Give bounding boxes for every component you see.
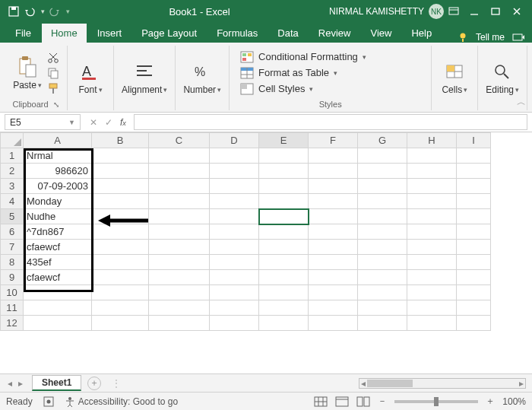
clipboard-launcher-icon[interactable]: ⤡ bbox=[53, 100, 59, 109]
cell[interactable] bbox=[210, 179, 259, 194]
column-header[interactable]: H bbox=[407, 133, 457, 148]
row-header[interactable]: 9 bbox=[1, 270, 24, 285]
cell[interactable] bbox=[92, 194, 149, 209]
row-header[interactable]: 4 bbox=[1, 194, 24, 209]
cell[interactable]: 435ef bbox=[24, 255, 92, 270]
cell[interactable] bbox=[149, 255, 210, 270]
cell[interactable] bbox=[309, 209, 358, 224]
cell[interactable] bbox=[358, 194, 407, 209]
cell[interactable] bbox=[407, 194, 457, 209]
save-icon[interactable] bbox=[8, 5, 20, 17]
cell[interactable] bbox=[407, 224, 457, 240]
cell[interactable] bbox=[259, 164, 309, 179]
copy-icon[interactable] bbox=[47, 67, 59, 79]
cell[interactable] bbox=[457, 270, 491, 285]
cell[interactable] bbox=[259, 255, 309, 270]
ribbon-display-icon[interactable] bbox=[448, 7, 459, 16]
cell[interactable] bbox=[259, 300, 309, 316]
tab-help[interactable]: Help bbox=[402, 24, 441, 43]
cut-icon[interactable] bbox=[47, 52, 59, 64]
cell[interactable] bbox=[92, 285, 149, 300]
tell-me-icon[interactable] bbox=[458, 32, 468, 43]
row-header[interactable]: 7 bbox=[1, 240, 24, 255]
column-header[interactable]: F bbox=[309, 133, 358, 148]
cell[interactable] bbox=[407, 270, 457, 285]
cell[interactable] bbox=[149, 148, 210, 164]
cell[interactable] bbox=[210, 194, 259, 209]
alignment-button[interactable]: Alignment▾ bbox=[122, 60, 167, 95]
cell[interactable] bbox=[457, 224, 491, 240]
cell[interactable] bbox=[210, 164, 259, 179]
cell[interactable] bbox=[92, 209, 149, 224]
cell[interactable] bbox=[92, 240, 149, 255]
new-sheet-button[interactable]: ＋ bbox=[87, 377, 101, 390]
row-header[interactable]: 2 bbox=[1, 164, 24, 179]
scrollbar-thumb[interactable] bbox=[367, 380, 413, 387]
tab-home[interactable]: Home bbox=[42, 24, 87, 43]
cell[interactable] bbox=[457, 255, 491, 270]
row-header[interactable]: 11 bbox=[1, 300, 24, 316]
cell[interactable] bbox=[210, 255, 259, 270]
collapse-ribbon-icon[interactable]: ︿ bbox=[517, 96, 526, 109]
cell[interactable] bbox=[457, 194, 491, 209]
cell[interactable] bbox=[149, 224, 210, 240]
sheet-nav-last-icon[interactable]: ▸ bbox=[18, 378, 23, 389]
cell[interactable] bbox=[407, 164, 457, 179]
cell[interactable] bbox=[457, 316, 491, 331]
cell[interactable]: 986620 bbox=[24, 164, 92, 179]
cell[interactable] bbox=[358, 255, 407, 270]
tab-formulas[interactable]: Formulas bbox=[207, 24, 267, 43]
row-header[interactable]: 6 bbox=[1, 224, 24, 240]
cell[interactable] bbox=[92, 255, 149, 270]
conditional-formatting-button[interactable]: Conditional Formatting▾ bbox=[237, 50, 369, 64]
cell[interactable] bbox=[309, 316, 358, 331]
cell[interactable] bbox=[149, 300, 210, 316]
column-header[interactable]: C bbox=[149, 133, 210, 148]
tell-me-label[interactable]: Tell me bbox=[476, 32, 505, 43]
cell[interactable]: Monday bbox=[24, 194, 92, 209]
cell[interactable] bbox=[210, 224, 259, 240]
cell[interactable] bbox=[92, 224, 149, 240]
paste-button[interactable]: Paste▾ bbox=[12, 56, 43, 91]
cell[interactable] bbox=[24, 285, 92, 300]
cell[interactable] bbox=[92, 316, 149, 331]
number-button[interactable]: % Number▾ bbox=[183, 60, 221, 95]
cell[interactable] bbox=[210, 285, 259, 300]
row-header[interactable]: 3 bbox=[1, 179, 24, 194]
cell[interactable] bbox=[457, 285, 491, 300]
share-icon[interactable] bbox=[512, 32, 524, 43]
tab-view[interactable]: View bbox=[361, 24, 401, 43]
cell[interactable] bbox=[92, 300, 149, 316]
view-page-layout-icon[interactable] bbox=[335, 396, 349, 407]
cell[interactable] bbox=[309, 240, 358, 255]
cell[interactable] bbox=[210, 316, 259, 331]
cell[interactable] bbox=[149, 179, 210, 194]
cell[interactable]: cfaewcf bbox=[24, 270, 92, 285]
cell[interactable] bbox=[259, 316, 309, 331]
zoom-value[interactable]: 100% bbox=[502, 396, 526, 407]
row-header[interactable]: 5 bbox=[1, 209, 24, 224]
scroll-right-icon[interactable]: ▸ bbox=[519, 378, 524, 389]
tab-review[interactable]: Review bbox=[309, 24, 360, 43]
cell[interactable] bbox=[358, 285, 407, 300]
cell[interactable]: ^7dn867 bbox=[24, 224, 92, 240]
cell[interactable] bbox=[407, 240, 457, 255]
cell[interactable] bbox=[457, 240, 491, 255]
cell[interactable] bbox=[358, 209, 407, 224]
cell[interactable] bbox=[92, 179, 149, 194]
scroll-left-icon[interactable]: ◂ bbox=[361, 378, 366, 389]
select-all-cell[interactable] bbox=[1, 133, 24, 148]
column-header[interactable]: E bbox=[259, 133, 309, 148]
accessibility-button[interactable]: Accessibility: Good to go bbox=[65, 396, 178, 407]
format-as-table-button[interactable]: Format as Table▾ bbox=[237, 66, 340, 80]
cell[interactable] bbox=[407, 285, 457, 300]
tab-split-handle[interactable]: ⋮ bbox=[112, 378, 121, 389]
cell[interactable] bbox=[358, 179, 407, 194]
cell[interactable]: Nrmal bbox=[24, 148, 92, 164]
cell[interactable] bbox=[149, 194, 210, 209]
cell[interactable] bbox=[358, 300, 407, 316]
cell[interactable]: 07-09-2003 bbox=[24, 179, 92, 194]
cell[interactable] bbox=[24, 316, 92, 331]
row-header[interactable]: 8 bbox=[1, 255, 24, 270]
column-header[interactable]: A bbox=[24, 133, 92, 148]
